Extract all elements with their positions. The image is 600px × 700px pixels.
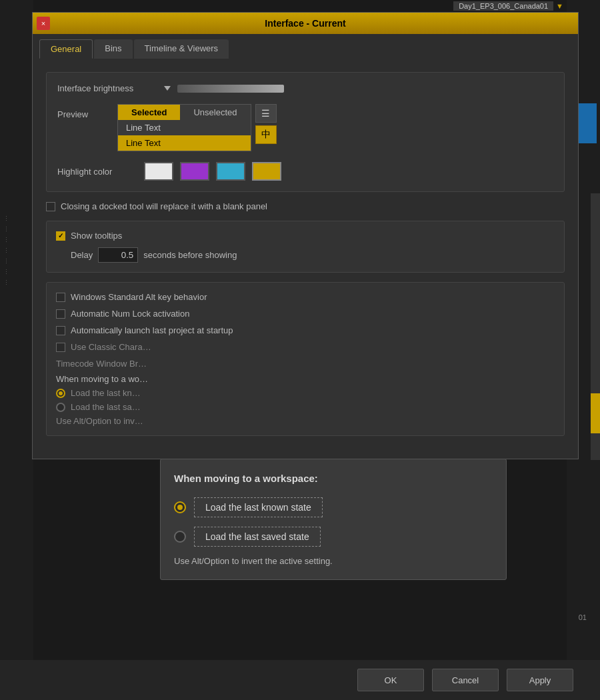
option-checkbox-2[interactable] [56,326,65,335]
bg-left-panel [0,0,33,700]
tooltip-radio-1[interactable] [174,501,186,513]
tooltip-popup: When moving to a workspace: Load the las… [160,459,507,580]
dropdown-arrow-icon [164,86,171,91]
tooltip-option-1-label: Load the last known state [194,497,323,517]
show-tooltips-checkbox[interactable] [56,231,65,241]
color-swatch-gold[interactable] [252,162,281,181]
preview-icon-buttons: ☰ 中 [255,104,277,144]
timecode-label: Timecode Window Br… [56,359,147,369]
color-swatch-cyan[interactable] [216,162,245,181]
tooltip-radio-row-2: Load the last saved state [174,527,493,547]
highlight-row: Highlight color [57,162,553,181]
option-checkbox-3[interactable] [56,343,65,352]
tab-general[interactable]: General [39,39,93,59]
option-row-1: Automatic Num Lock activation [56,309,555,319]
hint-arrow: ▼ [556,2,563,10]
brightness-row: Interface brightness [57,83,553,93]
preview-label: Preview [57,104,104,119]
preview-unselected-tab[interactable]: Unselected [180,105,250,120]
preview-content: Selected Unselected Line Text Line Text … [117,104,277,151]
apply-button[interactable]: Apply [507,669,573,691]
tab-bins[interactable]: Bins [94,39,132,59]
docked-tool-section: Closing a docked tool will replace it wi… [46,201,565,211]
tooltip-popup-title: When moving to a workspace: [174,473,493,484]
delay-input[interactable] [98,247,138,263]
content-area: Interface brightness Preview Selected Un… [33,59,578,459]
workspace-label-row: When moving to a wo… [56,374,555,384]
preview-line-text-highlighted: Line Text [118,135,251,151]
use-alt-label: Use Alt/Option to inv… [56,416,143,426]
side-number: 01 [579,613,587,621]
dialog: × Interface - Current General Bins Timel… [32,12,579,459]
brightness-slider[interactable] [177,85,284,93]
delay-suffix: seconds before showing [143,250,237,260]
workspace-radio-1[interactable] [56,389,65,398]
side-dots: ⋮⋮⋮⋮⋮⋮⋮ [3,213,9,288]
preview-header: Selected Unselected [118,105,251,120]
preview-line-text: Line Text [118,120,251,135]
option-row-3: Use Classic Chara… [56,342,555,352]
workspace-radio-1-label: Load the last kn… [71,388,141,398]
show-tooltips-row: Show tooltips [56,231,555,241]
option-checkbox-0[interactable] [56,293,65,302]
preview-icon-list[interactable]: ☰ [255,104,277,123]
tooltip-note: Use Alt/Option to invert the active sett… [174,556,493,566]
color-swatch-white[interactable] [144,162,173,181]
workspace-radio-2-label: Load the last sa… [71,402,141,412]
option-checkbox-1[interactable] [56,309,65,319]
tooltip-option-2-label: Load the last saved state [194,527,321,547]
delay-row: Delay seconds before showing [56,247,555,263]
ok-button[interactable]: OK [357,669,424,691]
dialog-titlebar: × Interface - Current [33,13,578,34]
docked-tool-checkbox[interactable] [46,202,55,211]
options-section: Windows Standard Alt key behavior Automa… [46,282,565,436]
dialog-title: Interface - Current [265,18,345,29]
workspace-radio-row-2: Load the last sa… [56,402,555,412]
preview-icon-format[interactable]: 中 [255,125,277,144]
option-row-2: Automatically launch last project at sta… [56,325,555,335]
show-tooltips-label: Show tooltips [71,231,122,241]
scrollbar-thumb[interactable] [591,393,600,433]
color-swatch-purple[interactable] [180,162,209,181]
tooltip-radio-2[interactable] [174,531,186,543]
use-alt-row: Use Alt/Option to inv… [56,416,555,426]
workspace-radio-2[interactable] [56,403,65,412]
cancel-button[interactable]: Cancel [432,669,499,691]
highlight-label: Highlight color [57,167,137,177]
option-label-3: Use Classic Chara… [71,342,151,352]
close-button[interactable]: × [37,17,50,30]
appearance-section: Interface brightness Preview Selected Un… [46,72,565,192]
option-label-0: Windows Standard Alt key behavior [71,292,207,302]
tooltip-radio-row-1: Load the last known state [174,497,493,517]
timecode-row: Timecode Window Br… [56,359,555,369]
preview-table: Selected Unselected Line Text Line Text [117,104,251,151]
tab-bar: General Bins Timeline & Viewers [33,34,578,59]
top-hint-bar: Day1_EP3_006_Canada01 ▼ [453,0,563,12]
preview-row: Preview Selected Unselected Line Text Li… [57,104,553,151]
hint-text: Day1_EP3_006_Canada01 [453,1,553,11]
bottom-bar: OK Cancel Apply [0,660,600,700]
option-label-1: Automatic Num Lock activation [71,309,189,319]
docked-tool-row: Closing a docked tool will replace it wi… [46,201,565,211]
tooltips-section: Show tooltips Delay seconds before showi… [46,221,565,273]
workspace-section-label: When moving to a wo… [56,374,148,384]
docked-tool-label: Closing a docked tool will replace it wi… [61,201,267,211]
workspace-radio-row-1: Load the last kn… [56,388,555,398]
option-label-2: Automatically launch last project at sta… [71,325,233,335]
brightness-dropdown[interactable] [164,86,171,91]
option-row-0: Windows Standard Alt key behavior [56,292,555,302]
brightness-label: Interface brightness [57,83,157,93]
preview-selected-tab[interactable]: Selected [118,105,180,120]
delay-label: Delay [71,250,93,260]
tab-timeline-viewers[interactable]: Timeline & Viewers [134,39,229,59]
